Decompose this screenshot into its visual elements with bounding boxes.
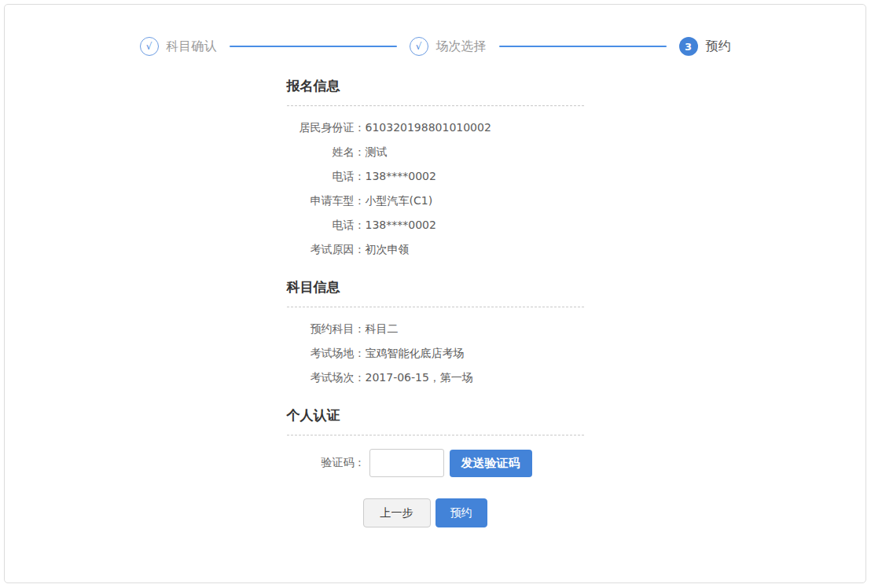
info-row-phone: 电话： 138****0002 xyxy=(287,168,584,184)
captcha-label: 验证码： xyxy=(287,456,366,470)
captcha-input[interactable] xyxy=(369,449,444,477)
step-label: 科目确认 xyxy=(167,39,217,55)
info-value: 138****0002 xyxy=(366,217,436,233)
info-value: 初次申领 xyxy=(366,241,410,257)
step-check-icon: √ xyxy=(140,37,159,56)
info-label: 申请车型： xyxy=(287,193,366,208)
stepper-connector xyxy=(499,46,667,47)
info-value: 科目二 xyxy=(366,321,399,336)
info-row-vehicle-type: 申请车型： 小型汽车(C1) xyxy=(287,193,584,208)
info-value: 2017-06-15，第一场 xyxy=(366,369,473,385)
info-value: 小型汽车(C1) xyxy=(366,193,433,208)
info-row-id-card: 居民身份证： 610320198801010002 xyxy=(287,119,584,135)
info-label: 预约科目： xyxy=(287,321,366,336)
stepper-connector xyxy=(230,46,397,47)
booking-card: √ 科目确认 √ 场次选择 3 预约 报名信息 居民身份证： 610320198… xyxy=(4,4,866,583)
info-row-name: 姓名： 测试 xyxy=(287,144,584,160)
info-value: 宝鸡智能化底店考场 xyxy=(366,345,465,361)
info-label: 考试场次： xyxy=(287,369,366,385)
info-label: 考试场地： xyxy=(287,345,366,361)
info-row-phone-2: 电话： 138****0002 xyxy=(287,217,584,233)
info-row-exam-session: 考试场次： 2017-06-15，第一场 xyxy=(287,369,584,385)
section-title-registration: 报名信息 xyxy=(287,77,584,95)
step-number-badge: 3 xyxy=(679,37,698,56)
info-label: 居民身份证： xyxy=(287,119,366,135)
section-divider xyxy=(287,105,584,106)
step-booking: 3 预约 xyxy=(679,37,731,56)
info-value: 测试 xyxy=(366,144,388,160)
info-value: 610320198801010002 xyxy=(366,119,491,135)
info-label: 电话： xyxy=(287,217,366,233)
main-content: 报名信息 居民身份证： 610320198801010002 姓名： 测试 电话… xyxy=(287,77,584,527)
previous-step-button[interactable]: 上一步 xyxy=(363,498,431,527)
info-label: 电话： xyxy=(287,168,366,184)
info-row-exam-site: 考试场地： 宝鸡智能化底店考场 xyxy=(287,345,584,361)
step-session-select: √ 场次选择 xyxy=(410,37,487,56)
section-divider xyxy=(287,307,584,307)
step-check-icon: √ xyxy=(410,37,428,56)
step-label: 预约 xyxy=(706,39,731,55)
step-subject-confirm: √ 科目确认 xyxy=(140,37,217,56)
captcha-row: 验证码： 发送验证码 xyxy=(287,449,584,477)
info-row-exam-reason: 考试原因： 初次申领 xyxy=(287,241,584,257)
info-value: 138****0002 xyxy=(366,168,436,184)
info-label: 姓名： xyxy=(287,144,366,160)
send-captcha-button[interactable]: 发送验证码 xyxy=(450,450,532,477)
section-title-subject: 科目信息 xyxy=(287,278,584,296)
section-title-auth: 个人认证 xyxy=(287,406,584,424)
step-label: 场次选择 xyxy=(436,39,487,55)
stepper: √ 科目确认 √ 场次选择 3 预约 xyxy=(140,37,731,56)
section-divider xyxy=(287,435,584,435)
info-row-booked-subject: 预约科目： 科目二 xyxy=(287,321,584,336)
footer-actions: 上一步 预约 xyxy=(266,498,584,527)
submit-booking-button[interactable]: 预约 xyxy=(436,498,487,527)
info-label: 考试原因： xyxy=(287,241,366,257)
